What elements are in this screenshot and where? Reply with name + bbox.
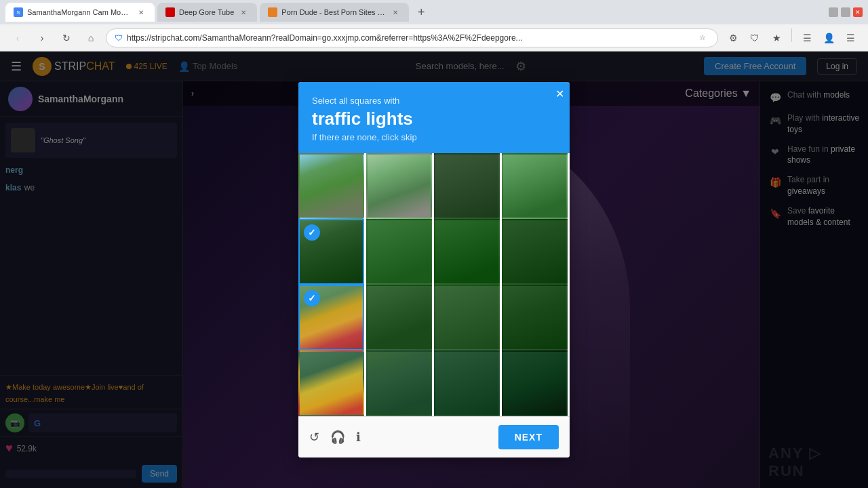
tab-1-close[interactable]: ✕: [136, 7, 146, 18]
captcha-cell-3[interactable]: [434, 153, 500, 219]
captcha-refresh-icon[interactable]: ↺: [309, 430, 319, 445]
tab-3-label: Porn Dude - Best Porn Sites & Free...: [281, 8, 386, 16]
window-restore[interactable]: [841, 7, 850, 17]
captcha-cell-2[interactable]: [366, 153, 432, 219]
main-content: ☰ S STRIPCHAT 425 LIVE 👤 Top Models Sear…: [0, 52, 868, 488]
extensions-button[interactable]: ⚙: [724, 28, 743, 47]
captcha-cell-1[interactable]: [298, 153, 364, 219]
captcha-cell-5[interactable]: ✓: [298, 219, 364, 285]
address-bar-actions: ☆: [696, 31, 709, 45]
captcha-cell-7[interactable]: [434, 219, 500, 285]
captcha-cell-10[interactable]: [366, 285, 432, 350]
reload-button[interactable]: ↻: [57, 28, 76, 47]
window-minimize[interactable]: [829, 7, 838, 17]
forward-button[interactable]: ›: [33, 28, 52, 47]
captcha-cell-9[interactable]: ✓: [298, 285, 364, 350]
captcha-cell-4[interactable]: [502, 153, 568, 219]
captcha-overlay: Select all squares with traffic lights I…: [0, 52, 868, 488]
security-icon: 🛡: [115, 33, 123, 43]
captcha-subject: traffic lights: [312, 108, 556, 129]
captcha-modal: Select all squares with traffic lights I…: [298, 82, 570, 458]
tab-1[interactable]: S SamanthaMorgann Cam Model: Fr... ✕: [5, 3, 155, 22]
divider: [791, 28, 792, 42]
browser-chrome: S SamanthaMorgann Cam Model: Fr... ✕ Dee…: [0, 0, 868, 52]
captcha-cell-11[interactable]: [434, 285, 500, 350]
captcha-cell-14[interactable]: [366, 350, 432, 416]
captcha-grid: ✓ ✓: [298, 153, 570, 416]
captcha-close-button[interactable]: ✕: [555, 87, 564, 100]
captcha-cell-8[interactable]: [502, 219, 568, 285]
address-text: https://stripchat.com/SamanthaMoreann?re…: [127, 33, 692, 43]
tab-1-label: SamanthaMorgann Cam Model: Fr...: [27, 8, 132, 16]
cell-9-check: ✓: [304, 290, 320, 306]
captcha-cell-13[interactable]: [298, 350, 364, 416]
home-button[interactable]: ⌂: [81, 28, 100, 47]
captcha-info-icon[interactable]: ℹ: [356, 430, 361, 445]
browser-navbar: ‹ › ↻ ⌂ 🛡 https://stripchat.com/Samantha…: [0, 24, 868, 52]
tab-3-close[interactable]: ✕: [390, 7, 401, 18]
tab-1-favicon: S: [14, 7, 23, 17]
browser-titlebar: S SamanthaMorgann Cam Model: Fr... ✕ Dee…: [0, 0, 868, 24]
tab-3[interactable]: Porn Dude - Best Porn Sites & Free... ✕: [260, 3, 409, 22]
reading-view-button[interactable]: ☰: [797, 28, 816, 47]
tab-2[interactable]: Deep Gore Tube ✕: [157, 3, 257, 22]
bookmark-icon[interactable]: ☆: [696, 31, 709, 45]
captcha-next-button[interactable]: NEXT: [498, 425, 559, 449]
menu-button[interactable]: ☰: [841, 28, 860, 47]
bookmark-star-button[interactable]: ★: [767, 28, 786, 47]
tab-3-favicon: [268, 7, 277, 17]
tab-2-close[interactable]: ✕: [238, 7, 249, 18]
account-button[interactable]: 👤: [819, 28, 838, 47]
window-close[interactable]: ✕: [853, 7, 863, 17]
tab-2-favicon: [165, 7, 175, 17]
new-tab-button[interactable]: +: [412, 3, 431, 22]
back-button[interactable]: ‹: [8, 28, 27, 47]
captcha-footer: ↺ 🎧 ℹ NEXT: [298, 416, 570, 458]
cell-5-check: ✓: [304, 224, 320, 241]
captcha-cell-15[interactable]: [434, 350, 500, 416]
captcha-sub-instruction: If there are none, click skip: [312, 132, 556, 142]
captcha-cell-16[interactable]: [502, 350, 568, 416]
captcha-instruction: Select all squares with: [312, 96, 556, 106]
captcha-cell-12[interactable]: [502, 285, 568, 350]
address-bar[interactable]: 🛡 https://stripchat.com/SamanthaMoreann?…: [106, 28, 718, 47]
firefox-shield-button[interactable]: 🛡: [745, 28, 764, 47]
tab-2-label: Deep Gore Tube: [179, 8, 234, 16]
captcha-header: Select all squares with traffic lights I…: [298, 82, 570, 153]
captcha-audio-icon[interactable]: 🎧: [330, 430, 345, 445]
browser-menu-buttons: ⚙ 🛡 ★ ☰ 👤 ☰: [724, 28, 860, 47]
captcha-cell-6[interactable]: [366, 219, 432, 285]
